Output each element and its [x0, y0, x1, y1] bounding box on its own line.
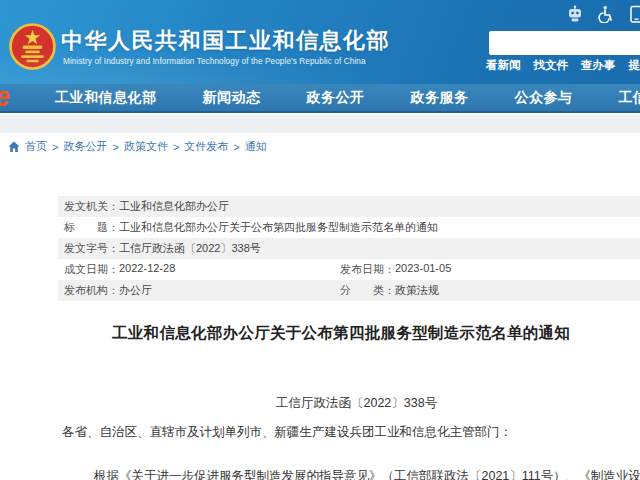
breadcrumb-separator: >	[233, 141, 239, 153]
breadcrumb: 首页 > 政务公开 > 政策文件 > 文件发布 > 通知	[8, 139, 267, 154]
meta-row-doc-number: 发文字号： 工信厅政法函〔2022〕338号	[58, 238, 640, 259]
quick-link-services[interactable]: 查办事	[581, 58, 616, 73]
meta-value: 办公厅	[119, 283, 152, 298]
meta-label: 发文字号：	[64, 241, 119, 256]
background-strip	[0, 115, 640, 133]
meta-label: 标 题：	[64, 220, 119, 235]
national-emblem-icon	[9, 23, 56, 70]
nav-item-miit-data[interactable]: 工信数据	[619, 89, 640, 107]
meta-row-title: 标 题： 工业和信息化部办公厅关于公布第四批服务型制造示范名单的通知	[58, 217, 640, 238]
article-salutation: 各省、自治区、直辖市及计划单列市、新疆生产建设兵团工业和信息化主管部门：	[62, 424, 512, 441]
breadcrumb-notice[interactable]: 通知	[245, 139, 267, 154]
content-area: 首页 > 政务公开 > 政策文件 > 文件发布 > 通知 发文机关： 工业和信息…	[0, 133, 640, 480]
meta-value: 政策法规	[395, 283, 439, 298]
meta-value: 2022-12-28	[119, 262, 175, 277]
article-body-partial: 根据《关于进一步促进服务型制造发展的指导意见》（工信部联政法〔2021〕111号…	[94, 468, 640, 480]
quick-link-feedback[interactable]: 提意见	[629, 58, 640, 73]
nav-item-gov-disclosure[interactable]: 政务公开	[307, 89, 365, 107]
site-title-cn: 中华人民共和国工业和信息化部	[61, 26, 390, 56]
breadcrumb-home[interactable]: 首页	[25, 139, 47, 154]
nav-item-gov-services[interactable]: 政务服务	[411, 89, 469, 107]
site-title-en: Ministry of Industry and Information Tec…	[63, 57, 366, 66]
breadcrumb-document-release[interactable]: 文件发布	[184, 139, 228, 154]
robot-assistant-icon[interactable]	[566, 5, 584, 23]
meta-row-issuing-agency: 发文机关： 工业和信息化部办公厅	[58, 196, 640, 217]
page: 中华人民共和国工业和信息化部 Ministry of Industry and …	[0, 0, 640, 480]
meta-label: 分 类：	[340, 283, 395, 298]
site-banner: 中华人民共和国工业和信息化部 Ministry of Industry and …	[0, 0, 640, 84]
quick-link-news[interactable]: 看新闻	[486, 58, 521, 73]
partial-logo-glyph: e	[0, 83, 10, 112]
nav-item-news[interactable]: 新闻动态	[203, 89, 261, 107]
article-doc-number: 工信厅政法函〔2022〕338号	[276, 395, 437, 412]
meta-label: 发布日期：	[340, 262, 395, 277]
breadcrumb-policy-documents[interactable]: 政策文件	[124, 139, 168, 154]
meta-label: 发文机关：	[64, 199, 119, 214]
accessibility-wheelchair-icon[interactable]	[596, 5, 614, 23]
article-title: 工业和信息化部办公厅关于公布第四批服务型制造示范名单的通知	[112, 323, 570, 344]
document-meta-table: 发文机关： 工业和信息化部办公厅 标 题： 工业和信息化部办公厅关于公布第四批服…	[58, 196, 640, 301]
meta-value: 工信厅政法函〔2022〕338号	[119, 241, 261, 256]
mobile-phone-icon[interactable]	[627, 5, 640, 23]
quick-link-files[interactable]: 找文件	[534, 58, 569, 73]
meta-label: 成文日期：	[64, 262, 119, 277]
breadcrumb-separator: >	[52, 141, 58, 153]
quick-links: 看新闻 找文件 查办事 提意见	[486, 58, 640, 73]
main-nav: e 工业和信息化部 新闻动态 政务公开 政务服务 公众参与 工信数据	[0, 84, 640, 113]
nav-item-home[interactable]: 工业和信息化部	[55, 89, 157, 107]
nav-item-public-participation[interactable]: 公众参与	[515, 89, 573, 107]
meta-row-dates: 成文日期： 2022-12-28 发布日期： 2023-01-05	[58, 259, 640, 280]
breadcrumb-separator: >	[112, 141, 118, 153]
meta-value: 工业和信息化部办公厅关于公布第四批服务型制造示范名单的通知	[119, 220, 438, 235]
home-icon	[8, 141, 20, 153]
nav-items: 工业和信息化部 新闻动态 政务公开 政务服务 公众参与 工信数据	[55, 84, 640, 111]
utility-icons	[560, 5, 640, 25]
search-input[interactable]	[489, 31, 640, 55]
breadcrumb-gov-disclosure[interactable]: 政务公开	[63, 139, 107, 154]
meta-value: 工业和信息化部办公厅	[119, 199, 229, 214]
meta-row-publisher-category: 发布机构： 办公厅 分 类： 政策法规	[58, 280, 640, 301]
breadcrumb-separator: >	[173, 141, 179, 153]
meta-label: 发布机构：	[64, 283, 119, 298]
meta-value: 2023-01-05	[395, 262, 451, 277]
